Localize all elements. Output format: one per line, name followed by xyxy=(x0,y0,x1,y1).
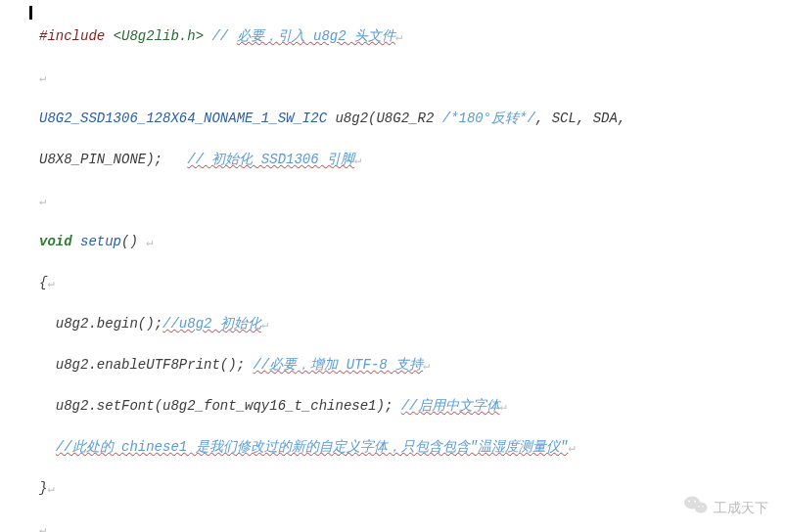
code-line: ↵ xyxy=(39,67,786,88)
code-line: void setup() ↵ xyxy=(39,232,786,252)
text-cursor xyxy=(29,6,32,20)
svg-point-3 xyxy=(694,501,696,503)
code-line: #include <U8g2lib.h> // 必要，引入 u8g2 头文件↵ xyxy=(39,26,786,47)
code-line: }↵ xyxy=(39,478,786,499)
code-line: u8g2.begin();//u8g2 初始化↵ xyxy=(39,314,786,334)
svg-point-4 xyxy=(698,506,700,508)
wechat-icon xyxy=(684,495,708,520)
watermark-text: 工成天下 xyxy=(714,498,768,518)
code-line: //此处的 chinese1 是我们修改过的新的自定义字体，只包含包含"温湿度测… xyxy=(39,437,786,458)
code-line: ↵ xyxy=(39,519,786,532)
code-line: {↵ xyxy=(39,273,786,293)
code-line: u8g2.setFont(u8g2_font_wqy16_t_chinese1)… xyxy=(39,396,786,417)
code-line: U8G2_SSD1306_128X64_NONAME_1_SW_I2C u8g2… xyxy=(39,109,786,129)
svg-point-5 xyxy=(702,506,704,508)
code-line: u8g2.enableUTF8Print(); //必要，增加 UTF-8 支持… xyxy=(39,355,786,376)
code-line: ↵ xyxy=(39,191,786,211)
code-block: #include <U8g2lib.h> // 必要，引入 u8g2 头文件↵ … xyxy=(0,0,786,532)
code-line: U8X8_PIN_NONE); // 初始化 SSD1306 引脚↵ xyxy=(39,150,786,170)
svg-point-1 xyxy=(695,503,708,513)
watermark: 工成天下 xyxy=(684,495,768,520)
svg-point-2 xyxy=(688,501,690,503)
